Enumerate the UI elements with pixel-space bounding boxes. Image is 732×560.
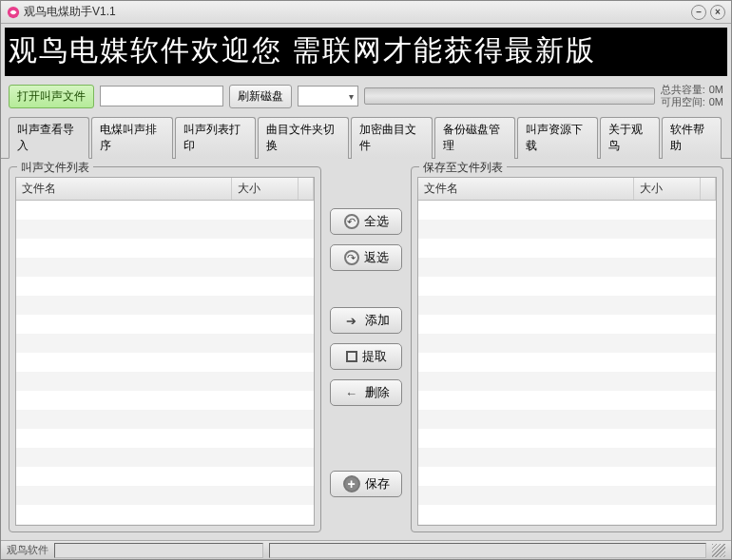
- main-window: 观鸟电煤助手V1.1 – × 观鸟电媒软件欢迎您 需联网才能获得最新版 打开叫声…: [0, 0, 732, 560]
- invert-label: 返选: [364, 249, 389, 266]
- select-all-label: 全选: [364, 213, 389, 230]
- app-icon: [7, 6, 20, 19]
- minimize-button[interactable]: –: [691, 5, 706, 20]
- arrow-right-icon: ➔: [343, 312, 360, 329]
- source-panel: 叫声文件列表 文件名 大小: [9, 166, 321, 532]
- open-file-button[interactable]: 打开叫声文件: [9, 85, 94, 108]
- status-segment-1: [54, 543, 263, 558]
- target-panel: 保存至文件列表 文件名 大小: [411, 166, 723, 532]
- invert-icon: ↷: [344, 250, 359, 265]
- save-label: 保存: [365, 475, 390, 492]
- source-list[interactable]: 文件名 大小: [15, 177, 315, 526]
- tab-4[interactable]: 加密曲目文件: [351, 117, 432, 159]
- tab-6[interactable]: 叫声资源下载: [517, 117, 598, 159]
- titlebar: 观鸟电煤助手V1.1 – ×: [1, 1, 731, 24]
- arrow-left-icon: ←: [343, 384, 360, 401]
- add-button[interactable]: ➔ 添加: [330, 307, 402, 334]
- tab-5[interactable]: 备份磁盘管理: [434, 117, 515, 159]
- tab-2[interactable]: 叫声列表打印: [175, 117, 256, 159]
- col-size[interactable]: 大小: [232, 178, 299, 200]
- status-bar: 观鸟软件: [1, 540, 731, 559]
- select-all-icon: ↶: [344, 214, 359, 229]
- source-panel-title: 叫声文件列表: [17, 160, 93, 176]
- delete-label: 删除: [365, 384, 390, 401]
- tab-1[interactable]: 电煤叫声排序: [91, 117, 172, 159]
- welcome-banner: 观鸟电媒软件欢迎您 需联网才能获得最新版: [5, 28, 727, 76]
- save-button[interactable]: + 保存: [330, 471, 402, 497]
- extract-label: 提取: [362, 348, 387, 365]
- col-size[interactable]: 大小: [634, 178, 701, 200]
- toolbar: 打开叫声文件 刷新磁盘 总共容量: 0M 可用空间: 0M: [1, 80, 731, 112]
- target-panel-title: 保存至文件列表: [419, 160, 507, 176]
- add-label: 添加: [365, 312, 390, 329]
- extract-icon: [346, 351, 357, 362]
- select-all-button[interactable]: ↶ 全选: [330, 208, 402, 235]
- refresh-disk-button[interactable]: 刷新磁盘: [229, 85, 292, 108]
- disk-select[interactable]: [298, 86, 358, 106]
- disk-free-label: 可用空间:: [661, 96, 705, 108]
- close-button[interactable]: ×: [710, 5, 725, 20]
- col-filename[interactable]: 文件名: [16, 178, 232, 200]
- col-extra[interactable]: [701, 178, 716, 200]
- target-list-header: 文件名 大小: [418, 178, 716, 201]
- tab-bar: 叫声查看导入电煤叫声排序叫声列表打印曲目文件夹切换加密曲目文件备份磁盘管理叫声资…: [1, 116, 731, 159]
- invert-select-button[interactable]: ↷ 返选: [330, 244, 402, 271]
- target-list-body[interactable]: [418, 201, 716, 525]
- window-title: 观鸟电煤助手V1.1: [24, 4, 691, 20]
- tab-7[interactable]: 关于观鸟: [600, 117, 660, 159]
- transfer-buttons: ↶ 全选 ↷ 返选 ➔ 添加 提取 ← 删除 + 保存: [325, 166, 407, 532]
- resize-grip-icon[interactable]: [712, 544, 725, 557]
- disk-free-value: 0M: [709, 96, 723, 108]
- delete-button[interactable]: ← 删除: [330, 379, 402, 406]
- tab-content: 叫声文件列表 文件名 大小 ↶ 全选 ↷ 返选 ➔ 添: [1, 159, 731, 540]
- col-extra[interactable]: [299, 178, 314, 200]
- disk-usage-bar: [364, 87, 655, 105]
- extract-button[interactable]: 提取: [330, 343, 402, 370]
- status-app-label: 观鸟软件: [7, 543, 48, 557]
- tab-0[interactable]: 叫声查看导入: [9, 117, 89, 159]
- tab-8[interactable]: 软件帮助: [662, 117, 722, 159]
- disk-total-label: 总共容量:: [661, 84, 705, 96]
- window-controls: – ×: [691, 5, 725, 20]
- file-path-input[interactable]: [100, 86, 223, 106]
- status-segment-2: [269, 543, 706, 558]
- save-plus-icon: +: [343, 475, 360, 492]
- target-list[interactable]: 文件名 大小: [417, 177, 717, 526]
- disk-total-value: 0M: [709, 84, 723, 96]
- source-list-body[interactable]: [16, 201, 314, 525]
- col-filename[interactable]: 文件名: [418, 178, 634, 200]
- disk-info: 总共容量: 0M 可用空间: 0M: [661, 84, 723, 108]
- tab-3[interactable]: 曲目文件夹切换: [258, 117, 350, 159]
- source-list-header: 文件名 大小: [16, 178, 314, 201]
